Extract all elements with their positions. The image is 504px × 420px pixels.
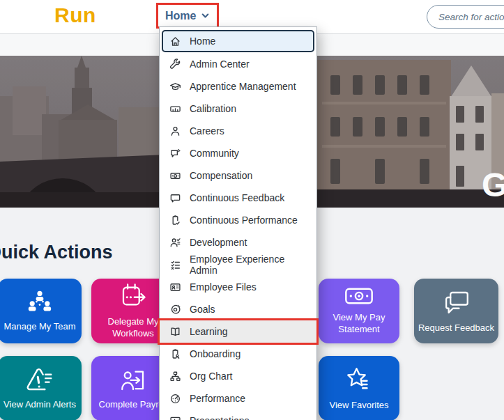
tile-view-admin-alerts[interactable]: View Admin Alerts — [0, 356, 82, 420]
speech-spark-icon — [169, 148, 181, 160]
menu-item-learning[interactable]: Learning — [160, 320, 316, 343]
menu-item-onboarding[interactable]: Onboarding — [160, 343, 316, 365]
annotation-box-home: Home — [156, 3, 219, 29]
presentation-icon — [169, 415, 181, 420]
tile-label: View My Pay Statement — [322, 312, 396, 336]
menu-item-community[interactable]: Community — [160, 142, 316, 164]
clipboard-check-icon — [169, 215, 181, 226]
menu-item-goals[interactable]: Goals — [160, 298, 316, 320]
menu-item-label: Apprentice Management — [190, 81, 296, 92]
nav-dropdown-menu: Home Admin Center Apprentice Management … — [159, 26, 317, 420]
menu-item-calibration[interactable]: Calibration — [160, 98, 316, 120]
menu-item-employee-experience-admin[interactable]: Employee Experience Admin — [160, 254, 316, 276]
banknote-icon — [169, 170, 181, 182]
menu-item-label: Development — [190, 237, 247, 248]
menu-item-employee-files[interactable]: Employee Files — [160, 276, 316, 298]
menu-item-label: Employee Files — [190, 281, 257, 293]
menu-item-label: Org Chart — [190, 371, 232, 382]
tile-label: Complete Payroll — [99, 399, 168, 411]
person-arrow-icon — [119, 366, 148, 393]
tile-label: View Favorites — [329, 400, 388, 412]
app-window: G Run Home Quick Actions Manage My Team — [0, 0, 504, 420]
menu-item-label: Community — [190, 148, 239, 159]
tile-request-feedback[interactable]: Request Feedback — [414, 279, 498, 343]
menu-item-label: Admin Center — [190, 59, 250, 70]
menu-item-compensation[interactable]: Compensation — [160, 164, 316, 187]
wrench-icon — [169, 59, 181, 70]
tile-label: Manage My Team — [3, 321, 75, 333]
menu-item-label: Home — [190, 36, 215, 47]
tile-view-favorites[interactable]: View Favorites — [319, 356, 399, 420]
home-menu-button[interactable]: Home — [165, 10, 210, 22]
team-icon — [24, 290, 55, 315]
ruler-icon — [169, 103, 181, 115]
menu-item-presentations[interactable]: Presentations — [160, 410, 316, 420]
chat-bubbles-icon — [442, 288, 471, 316]
menu-item-label: Learning — [190, 326, 228, 337]
tile-manage-my-team[interactable]: Manage My Team — [0, 279, 82, 343]
quick-actions-heading: Quick Actions — [0, 242, 113, 263]
menu-item-label: Continuous Feedback — [190, 192, 284, 203]
banknote-icon — [343, 286, 375, 306]
menu-item-label: Calibration — [190, 103, 236, 114]
clipboard-person-icon — [169, 348, 181, 360]
home-icon — [169, 36, 181, 47]
menu-item-label: Presentations — [190, 415, 250, 420]
person-check-icon — [169, 237, 181, 249]
menu-item-label: Employee Experience Admin — [190, 254, 307, 276]
chevron-down-icon — [201, 11, 210, 20]
menu-item-admin-center[interactable]: Admin Center — [160, 53, 316, 75]
search-input[interactable] — [437, 11, 504, 23]
star-list-icon — [344, 366, 374, 394]
org-chart-icon — [169, 371, 181, 382]
gauge-icon — [169, 393, 181, 405]
search-box — [427, 5, 504, 29]
tile-view-my-pay-statement[interactable]: View My Pay Statement — [319, 279, 399, 343]
menu-item-continuous-feedback[interactable]: Continuous Feedback — [160, 187, 316, 209]
chat-bubble-icon — [169, 192, 181, 204]
menu-item-label: Careers — [190, 125, 224, 137]
open-book-icon — [169, 326, 181, 338]
menu-item-development[interactable]: Development — [160, 231, 316, 254]
menu-item-label: Performance — [190, 393, 245, 404]
tile-label: Request Feedback — [418, 322, 494, 334]
menu-item-home[interactable]: Home — [162, 30, 314, 52]
menu-item-org-chart[interactable]: Org Chart — [160, 365, 316, 387]
menu-item-label: Continuous Performance — [190, 215, 298, 226]
checklist-icon — [169, 259, 181, 271]
home-menu-label: Home — [165, 10, 196, 22]
menu-item-apprentice-management[interactable]: Apprentice Management — [160, 75, 316, 98]
menu-item-label: Goals — [190, 304, 215, 315]
id-card-icon — [169, 281, 181, 293]
menu-item-label: Compensation — [190, 170, 252, 181]
menu-item-label: Onboarding — [190, 348, 240, 359]
menu-item-careers[interactable]: Careers — [160, 120, 316, 142]
person-icon — [169, 125, 181, 137]
menu-item-performance[interactable]: Performance — [160, 387, 316, 410]
banner-greeting-text: G — [482, 166, 504, 204]
graduation-cap-icon — [169, 81, 181, 93]
target-icon — [169, 304, 181, 316]
menu-item-continuous-performance[interactable]: Continuous Performance — [160, 209, 316, 231]
app-logo: Run — [54, 3, 96, 27]
calendar-arrow-icon — [119, 282, 148, 310]
alert-triangle-icon — [24, 366, 55, 393]
tile-label: View Admin Alerts — [3, 399, 76, 411]
